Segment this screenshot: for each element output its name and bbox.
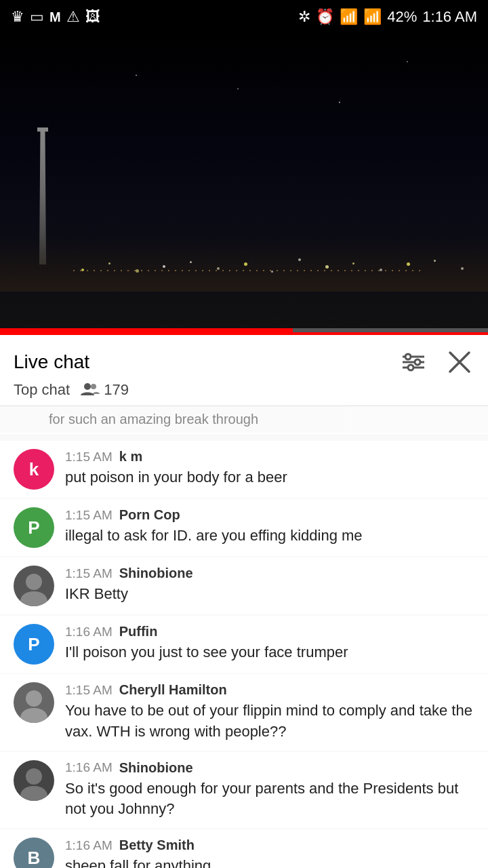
chat-message: 1:16 AM Shinobione So it's good enough f… xyxy=(0,752,488,829)
svg-point-8 xyxy=(84,383,91,390)
svg-point-10 xyxy=(26,574,42,590)
avatar: B xyxy=(14,837,54,868)
avatar xyxy=(14,760,54,801)
message-content: 1:16 AM Betty Smith sheep fall for anyth… xyxy=(65,837,474,868)
video-progress-fill xyxy=(0,328,293,332)
avatar: P xyxy=(14,624,54,665)
message-author: Shinobione xyxy=(119,566,193,581)
chat-messages-list: k 1:15 AM k m put poison in your body fo… xyxy=(0,434,488,868)
filter-button[interactable] xyxy=(399,347,428,377)
message-time: 1:15 AM xyxy=(65,683,113,698)
chat-title: Live chat xyxy=(14,351,89,373)
avatar xyxy=(14,566,54,606)
message-meta: 1:15 AM Cheryll Hamilton xyxy=(65,682,474,698)
clock: 1:16 AM xyxy=(422,8,477,26)
crown-icon: ♛ xyxy=(11,8,24,26)
bluetooth-icon: ✲ xyxy=(298,8,310,26)
message-text: put poison in your body for a beer xyxy=(65,467,474,488)
chat-message: P 1:16 AM Puffin I'll poison you just to… xyxy=(0,616,488,673)
wifi-icon: 📶 xyxy=(340,8,358,26)
message-content: 1:15 AM Cheryll Hamilton You have to be … xyxy=(65,682,474,743)
viewer-count: 179 xyxy=(81,381,129,399)
message-content: 1:15 AM Shinobione IKR Betty xyxy=(65,566,474,605)
chat-header: Live chat xyxy=(0,335,488,406)
svg-point-5 xyxy=(408,365,413,370)
signal-icon: 📶 xyxy=(363,8,382,26)
chat-header-top: Live chat xyxy=(14,347,474,377)
message-content: 1:15 AM k m put poison in your body for … xyxy=(65,449,474,488)
message-content: 1:16 AM Shinobione So it's good enough f… xyxy=(65,760,474,821)
message-meta: 1:16 AM Puffin xyxy=(65,624,474,639)
video-content xyxy=(0,34,488,332)
status-right-icons: ✲ ⏰ 📶 📶 42% 1:16 AM xyxy=(298,8,477,26)
status-left-icons: ♛ ▭ M ⚠ 🖼 xyxy=(11,8,100,26)
chat-message: P 1:15 AM Porn Cop illegal to ask for ID… xyxy=(0,499,488,556)
message-author: Puffin xyxy=(119,624,158,639)
message-time: 1:15 AM xyxy=(65,508,113,523)
truncated-message: for such an amazing break through xyxy=(0,406,488,433)
message-author: Betty Smith xyxy=(119,837,195,853)
video-player[interactable] xyxy=(0,34,488,332)
chat-message: k 1:15 AM k m put poison in your body fo… xyxy=(0,441,488,498)
svg-point-14 xyxy=(26,768,42,785)
avatar xyxy=(14,682,54,723)
video-progress-bar[interactable] xyxy=(0,328,488,332)
message-meta: 1:16 AM Betty Smith xyxy=(65,837,474,853)
message-time: 1:16 AM xyxy=(65,838,113,853)
message-time: 1:16 AM xyxy=(65,625,113,639)
message-author: Porn Cop xyxy=(119,507,180,523)
svg-point-4 xyxy=(415,359,420,365)
message-time: 1:16 AM xyxy=(65,760,113,775)
chat-message: B 1:16 AM Betty Smith sheep fall for any… xyxy=(0,829,488,868)
message-text: sheep fall for anything xyxy=(65,856,474,868)
close-button[interactable] xyxy=(445,347,474,377)
message-author: Shinobione xyxy=(119,760,193,776)
message-content: 1:16 AM Puffin I'll poison you just to s… xyxy=(65,624,474,663)
message-text: illegal to ask for ID. are you effing ki… xyxy=(65,526,474,547)
chat-header-icons xyxy=(399,347,474,377)
message-time: 1:15 AM xyxy=(65,566,113,581)
message-content: 1:15 AM Porn Cop illegal to ask for ID. … xyxy=(65,507,474,547)
svg-point-12 xyxy=(26,690,42,707)
chat-message: 1:15 AM Cheryll Hamilton You have to be … xyxy=(0,674,488,751)
avatar: P xyxy=(14,507,54,548)
m-icon: M xyxy=(49,9,61,25)
message-text: You have to be out of your flippin mind … xyxy=(65,701,474,743)
message-time: 1:15 AM xyxy=(65,450,113,465)
chat-message: 1:15 AM Shinobione IKR Betty xyxy=(0,557,488,614)
top-chat-label: Top chat xyxy=(14,381,70,399)
folder-icon: ▭ xyxy=(30,8,44,26)
truncated-text: for such an amazing break through xyxy=(49,412,258,427)
viewer-number: 179 xyxy=(104,381,129,399)
message-meta: 1:15 AM Porn Cop xyxy=(65,507,474,523)
message-text: So it's good enough for your parents and… xyxy=(65,778,474,821)
message-author: Cheryll Hamilton xyxy=(119,682,227,698)
avatar: k xyxy=(14,449,54,490)
chat-sub-header: Top chat 179 xyxy=(14,381,474,399)
alarm-icon: ⏰ xyxy=(316,8,334,26)
message-author: k m xyxy=(119,449,142,465)
image-icon: 🖼 xyxy=(85,8,100,26)
message-meta: 1:16 AM Shinobione xyxy=(65,760,474,776)
svg-point-9 xyxy=(91,384,96,389)
warning-icon: ⚠ xyxy=(66,8,80,26)
message-text: IKR Betty xyxy=(65,584,474,605)
svg-point-15 xyxy=(20,786,47,801)
status-bar: ♛ ▭ M ⚠ 🖼 ✲ ⏰ 📶 📶 42% 1:16 AM xyxy=(0,0,488,34)
svg-point-13 xyxy=(20,708,47,723)
svg-point-11 xyxy=(20,591,47,606)
message-meta: 1:15 AM k m xyxy=(65,449,474,465)
chat-panel: Live chat xyxy=(0,335,488,868)
svg-point-3 xyxy=(405,354,411,359)
message-text: I'll poison you just to see your face tr… xyxy=(65,642,474,663)
battery-level: 42% xyxy=(387,8,417,26)
message-meta: 1:15 AM Shinobione xyxy=(65,566,474,581)
